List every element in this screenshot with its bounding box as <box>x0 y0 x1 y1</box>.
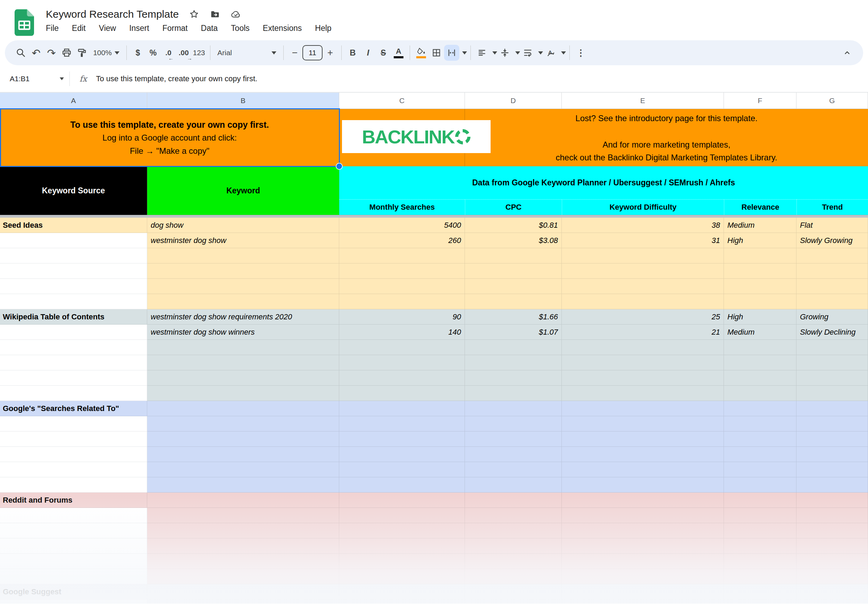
cell[interactable] <box>147 248 339 263</box>
cell[interactable] <box>562 538 724 554</box>
cell[interactable] <box>339 294 465 309</box>
cell[interactable] <box>147 401 339 416</box>
cell[interactable] <box>339 508 465 523</box>
increase-font-size-button[interactable]: + <box>322 45 338 61</box>
cell[interactable]: Flat <box>797 218 868 233</box>
column-header-F[interactable]: F <box>724 92 797 109</box>
font-select[interactable]: Arial <box>214 45 280 61</box>
hide-menus-button[interactable] <box>840 45 855 61</box>
cell[interactable] <box>562 401 724 416</box>
star-icon[interactable] <box>189 9 200 20</box>
cell[interactable] <box>339 554 465 569</box>
cell[interactable] <box>0 569 147 584</box>
cell[interactable]: 90 <box>339 309 465 325</box>
cell[interactable] <box>562 477 724 493</box>
cell[interactable] <box>147 554 339 569</box>
cell[interactable] <box>339 248 465 263</box>
cell[interactable] <box>797 340 868 355</box>
cell[interactable]: $0.81 <box>465 218 562 233</box>
cell[interactable] <box>147 447 339 462</box>
cell[interactable] <box>339 569 465 584</box>
cell[interactable] <box>0 355 147 370</box>
cell[interactable] <box>562 447 724 462</box>
menu-view[interactable]: View <box>99 23 116 33</box>
number-format-button[interactable]: 123 <box>191 45 206 61</box>
cell[interactable]: Medium <box>724 218 797 233</box>
cell[interactable]: dog show <box>147 218 339 233</box>
cell[interactable] <box>562 370 724 386</box>
decrease-decimals-button[interactable]: .0← <box>161 45 176 61</box>
cell[interactable] <box>724 538 797 554</box>
cell[interactable] <box>724 340 797 355</box>
cell[interactable] <box>0 538 147 554</box>
cell[interactable] <box>465 416 562 431</box>
menu-data[interactable]: Data <box>201 23 218 33</box>
cell[interactable] <box>797 554 868 569</box>
cell[interactable] <box>339 431 465 447</box>
cell[interactable] <box>147 416 339 431</box>
cell[interactable] <box>465 294 562 309</box>
column-header-D[interactable]: D <box>465 92 562 109</box>
cell[interactable] <box>465 340 562 355</box>
cell[interactable] <box>147 279 339 294</box>
cell[interactable] <box>339 600 465 604</box>
cell[interactable] <box>797 416 868 431</box>
cell[interactable] <box>147 523 339 538</box>
cell[interactable] <box>797 600 868 604</box>
cell[interactable] <box>0 431 147 447</box>
cell[interactable] <box>0 554 147 569</box>
cell[interactable] <box>562 569 724 584</box>
data-source-header-cell[interactable]: Data from Google Keyword Planner / Ubers… <box>339 166 868 199</box>
cell[interactable] <box>562 493 724 508</box>
font-size-input[interactable]: 11 <box>302 45 322 60</box>
cell[interactable] <box>797 477 868 493</box>
cell[interactable]: Wikipedia Table of Contents <box>0 309 147 325</box>
vertical-align-caret[interactable] <box>515 51 520 54</box>
cell[interactable] <box>465 508 562 523</box>
cell[interactable] <box>465 569 562 584</box>
cell[interactable] <box>147 569 339 584</box>
cell[interactable] <box>797 462 868 477</box>
cell[interactable] <box>339 340 465 355</box>
cell[interactable] <box>339 493 465 508</box>
menu-help[interactable]: Help <box>315 23 331 33</box>
cell[interactable] <box>0 325 147 340</box>
text-wrap-button[interactable] <box>520 45 535 61</box>
cell[interactable] <box>562 248 724 263</box>
selection-fill-handle[interactable] <box>336 163 343 170</box>
cell[interactable]: Seed Ideas <box>0 218 147 233</box>
cell[interactable]: Slowly Growing <box>797 233 868 248</box>
cell[interactable] <box>797 493 868 508</box>
cell[interactable] <box>724 355 797 370</box>
cell[interactable] <box>339 279 465 294</box>
cell[interactable] <box>724 294 797 309</box>
cell[interactable]: Slowly Declining <box>797 325 868 340</box>
cell[interactable] <box>0 370 147 386</box>
name-box-caret[interactable] <box>60 77 64 80</box>
cell[interactable] <box>465 447 562 462</box>
cell[interactable] <box>797 447 868 462</box>
subheader-keyword-difficulty[interactable]: Keyword Difficulty <box>562 199 724 215</box>
vertical-align-button[interactable] <box>497 45 513 61</box>
merge-cells-button[interactable] <box>444 45 459 61</box>
cell[interactable] <box>147 493 339 508</box>
cell[interactable] <box>147 370 339 386</box>
banner-instructions-cell[interactable]: To use this template, create your own co… <box>0 109 339 166</box>
cell[interactable] <box>339 538 465 554</box>
cell[interactable] <box>562 554 724 569</box>
cell[interactable] <box>339 416 465 431</box>
cell[interactable]: 31 <box>562 233 724 248</box>
cell[interactable] <box>0 523 147 538</box>
search-icon[interactable] <box>13 45 28 61</box>
menu-edit[interactable]: Edit <box>72 23 86 33</box>
cell[interactable] <box>724 401 797 416</box>
move-to-folder-icon[interactable] <box>209 9 220 20</box>
cell[interactable] <box>147 263 339 279</box>
cell[interactable] <box>339 355 465 370</box>
cell[interactable] <box>465 538 562 554</box>
cell[interactable]: Reddit and Forums <box>0 493 147 508</box>
cell[interactable] <box>797 355 868 370</box>
cell[interactable] <box>724 248 797 263</box>
cell[interactable] <box>465 431 562 447</box>
cell[interactable]: westminster dog show <box>147 233 339 248</box>
